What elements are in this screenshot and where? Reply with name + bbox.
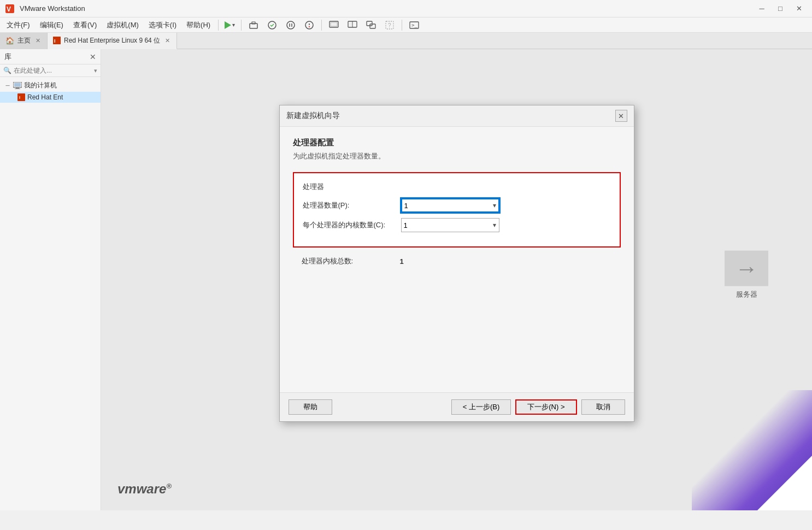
csdn-watermark: CSDN ©T©y <box>773 499 808 506</box>
dialog-title: 新建虚拟机向导 <box>286 111 340 121</box>
cores-per-processor-select[interactable]: 1 2 4 8 <box>401 218 499 232</box>
tab-vm[interactable]: I Red Hat Enterprise Linux 9 64 位 ✕ <box>48 33 177 49</box>
vmware-logo-text: vmware® <box>117 481 172 496</box>
svg-rect-27 <box>15 89 20 89</box>
svg-rect-12 <box>331 22 337 26</box>
tree-item-redhat[interactable]: I Red Hat Ent <box>0 92 101 103</box>
total-cores-row: 处理器内核总数: 1 <box>293 256 621 266</box>
svg-rect-17 <box>370 24 375 28</box>
dialog-close-button[interactable]: ✕ <box>615 110 627 122</box>
sidebar-search-bar: 🔍 ▾ <box>0 64 101 77</box>
svg-rect-25 <box>14 83 21 87</box>
svg-text:I: I <box>19 96 20 99</box>
tab-home-close[interactable]: ✕ <box>34 37 42 45</box>
cores-per-processor-select-wrapper: 1 2 4 8 <box>401 218 499 232</box>
tree-item-redhat-label: Red Hat Ent <box>27 93 63 101</box>
footer-left: 帮助 <box>289 399 332 415</box>
tab-vm-close[interactable]: ✕ <box>163 37 171 44</box>
app-title: VMware Workstation <box>20 4 85 13</box>
wizard-dialog: 新建虚拟机向导 ✕ 处理器配置 为此虚拟机指定处理器数量。 处理器 处理器数量(… <box>279 105 634 422</box>
toolbar-btn-3[interactable] <box>282 17 299 33</box>
dialog-section-title: 处理器配置 <box>293 138 621 148</box>
search-icon: 🔍 <box>3 67 11 74</box>
svg-text:I: I <box>54 38 56 44</box>
play-icon <box>225 21 231 29</box>
menu-toolbar-separator <box>218 20 219 31</box>
sidebar-search-input[interactable] <box>14 67 92 74</box>
maximize-button[interactable]: □ <box>772 3 789 15</box>
main-layout: 库 ✕ 🔍 ▾ ─ 我的计算机 I R <box>0 49 812 510</box>
menu-view[interactable]: 查看(V) <box>69 19 101 31</box>
arrow-icon: → <box>735 255 758 281</box>
title-bar-controls: ─ □ ✕ <box>753 3 808 15</box>
sidebar-close-button[interactable]: ✕ <box>90 52 96 61</box>
vm-small-icon: I <box>17 93 25 101</box>
processor-count-row: 处理器数量(P): 1 2 4 8 16 <box>303 198 611 213</box>
processor-group-label: 处理器 <box>303 182 611 192</box>
menu-vm[interactable]: 虚拟机(M) <box>102 19 143 31</box>
vm-arrow-area: → 服务器 <box>725 251 768 299</box>
menu-bar: 文件(F) 编辑(E) 查看(V) 虚拟机(M) 选项卡(I) 帮助(H) ▾ … <box>0 17 812 33</box>
computer-icon <box>13 82 22 89</box>
cancel-button[interactable]: 取消 <box>581 399 625 415</box>
main-content: → 服务器 vmware® CSDN ©T©y 新建虚拟机向导 ✕ <box>101 49 812 510</box>
tab-home[interactable]: 🏠 主页 ✕ <box>0 33 48 49</box>
app-icon: V <box>4 3 15 14</box>
title-bar-left: V VMware Workstation <box>4 3 85 14</box>
back-button[interactable]: < 上一步(B) <box>451 399 511 415</box>
server-label: 服务器 <box>725 290 768 299</box>
toolbar-btn-7[interactable] <box>362 17 380 33</box>
toolbar-btn-terminal[interactable]: >_ <box>405 17 423 33</box>
processor-count-select[interactable]: 1 2 4 8 16 <box>401 198 499 213</box>
toolbar-btn-8[interactable]: ? <box>381 17 398 33</box>
toolbar-sep3 <box>402 20 402 31</box>
processor-group: 处理器 处理器数量(P): 1 2 4 8 <box>293 172 621 248</box>
sidebar-search-dropdown-icon[interactable]: ▾ <box>94 67 97 74</box>
toolbar-btn-5[interactable] <box>325 17 343 33</box>
toolbar-btn-1[interactable] <box>245 17 262 33</box>
menu-file[interactable]: 文件(F) <box>2 19 34 31</box>
svg-point-5 <box>287 21 295 29</box>
title-bar: V VMware Workstation ─ □ ✕ <box>0 0 812 17</box>
menu-tab[interactable]: 选项卡(I) <box>144 19 181 31</box>
menu-help[interactable]: 帮助(H) <box>182 19 215 31</box>
svg-text:?: ? <box>388 22 391 28</box>
close-button[interactable]: ✕ <box>790 3 808 15</box>
tree-item-mycomputer[interactable]: ─ 我的计算机 <box>0 79 101 92</box>
home-icon: 🏠 <box>5 37 14 45</box>
cores-per-processor-row: 每个处理器的内核数量(C): 1 2 4 8 <box>303 218 611 232</box>
toolbar-btn-4[interactable] <box>301 17 318 33</box>
minimize-button[interactable]: ─ <box>753 3 770 15</box>
cores-per-processor-label: 每个处理器的内核数量(C): <box>303 220 401 230</box>
svg-rect-3 <box>252 22 255 24</box>
toolbar-btn-6[interactable] <box>344 17 361 33</box>
tab-home-label: 主页 <box>17 36 31 45</box>
tree-item-mycomputer-label: 我的计算机 <box>24 81 57 90</box>
svg-rect-16 <box>367 21 372 26</box>
help-button[interactable]: 帮助 <box>289 399 332 415</box>
play-dropdown-arrow: ▾ <box>232 22 235 28</box>
processor-count-wrapper: 1 2 4 8 16 <box>401 198 611 213</box>
next-button[interactable]: 下一步(N) > <box>515 399 576 415</box>
arrow-box: → <box>725 251 768 286</box>
vmware-logo-area: vmware® <box>117 481 172 497</box>
tab-bar: 🏠 主页 ✕ I Red Hat Enterprise Linux 9 64 位… <box>0 33 812 49</box>
svg-text:>_: >_ <box>411 22 417 28</box>
play-button[interactable]: ▾ <box>222 17 238 33</box>
vm-tab-icon: I <box>53 37 61 44</box>
sidebar-title: 库 <box>4 52 11 62</box>
sidebar-header: 库 ✕ <box>0 49 101 64</box>
toolbar-sep2 <box>321 20 322 31</box>
tab-vm-label: Red Hat Enterprise Linux 9 64 位 <box>64 36 160 45</box>
sidebar: 库 ✕ 🔍 ▾ ─ 我的计算机 I R <box>0 49 101 510</box>
toolbar-sep1 <box>241 20 242 31</box>
menu-edit[interactable]: 编辑(E) <box>36 19 68 31</box>
total-cores-value: 1 <box>400 257 404 266</box>
svg-text:V: V <box>7 5 11 13</box>
processor-count-select-wrapper: 1 2 4 8 16 <box>401 198 499 213</box>
dialog-footer: 帮助 < 上一步(B) 下一步(N) > 取消 <box>280 392 634 421</box>
toolbar-btn-2[interactable] <box>263 17 281 33</box>
total-cores-label: 处理器内核总数: <box>302 256 400 266</box>
cores-per-processor-wrapper: 1 2 4 8 <box>401 218 611 232</box>
svg-rect-26 <box>16 87 19 89</box>
